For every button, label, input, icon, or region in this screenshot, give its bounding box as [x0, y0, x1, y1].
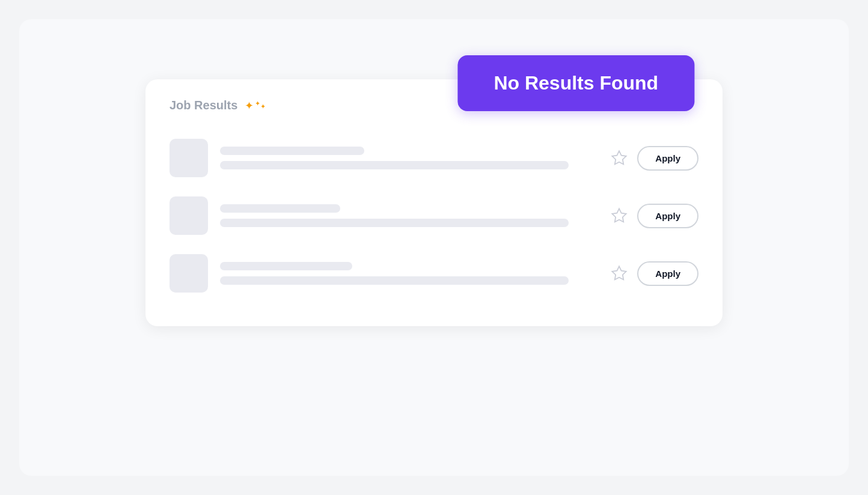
job-info — [220, 262, 587, 285]
job-actions: Apply — [611, 204, 698, 228]
job-row: Apply — [170, 129, 698, 187]
apply-button-2[interactable]: Apply — [637, 204, 698, 228]
svg-marker-2 — [613, 266, 626, 279]
sparkle-icon-1: ✦ — [245, 100, 254, 111]
star-icon[interactable] — [611, 265, 628, 282]
star-icon[interactable] — [611, 150, 628, 166]
sparkle-group: ✦ ✦ ✦ — [245, 100, 266, 111]
skeleton-description — [220, 276, 569, 285]
job-row: Apply — [170, 187, 698, 244]
job-thumbnail — [170, 254, 208, 293]
skeleton-description — [220, 161, 569, 169]
job-info — [220, 147, 587, 169]
job-info — [220, 204, 587, 227]
svg-marker-0 — [613, 151, 626, 164]
job-thumbnail — [170, 139, 208, 177]
apply-button-3[interactable]: Apply — [637, 261, 698, 286]
no-results-banner: No Results Found — [457, 55, 694, 111]
star-icon[interactable] — [611, 207, 628, 224]
card-title: Job Results — [170, 99, 237, 112]
skeleton-title — [220, 204, 340, 213]
job-actions: Apply — [611, 146, 698, 171]
job-results-card: Job Results ✦ ✦ ✦ Apply — [145, 79, 723, 326]
job-actions: Apply — [611, 261, 698, 286]
apply-button-1[interactable]: Apply — [637, 146, 698, 171]
job-row: Apply — [170, 244, 698, 302]
skeleton-title — [220, 262, 352, 270]
sparkle-icon-3: ✦ — [260, 103, 266, 110]
svg-marker-1 — [613, 208, 626, 222]
sparkle-icon-2: ✦ — [255, 100, 260, 107]
skeleton-description — [220, 219, 569, 227]
job-thumbnail — [170, 196, 208, 235]
skeleton-title — [220, 147, 364, 155]
page-wrapper: No Results Found Job Results ✦ ✦ ✦ Apply — [19, 19, 849, 476]
